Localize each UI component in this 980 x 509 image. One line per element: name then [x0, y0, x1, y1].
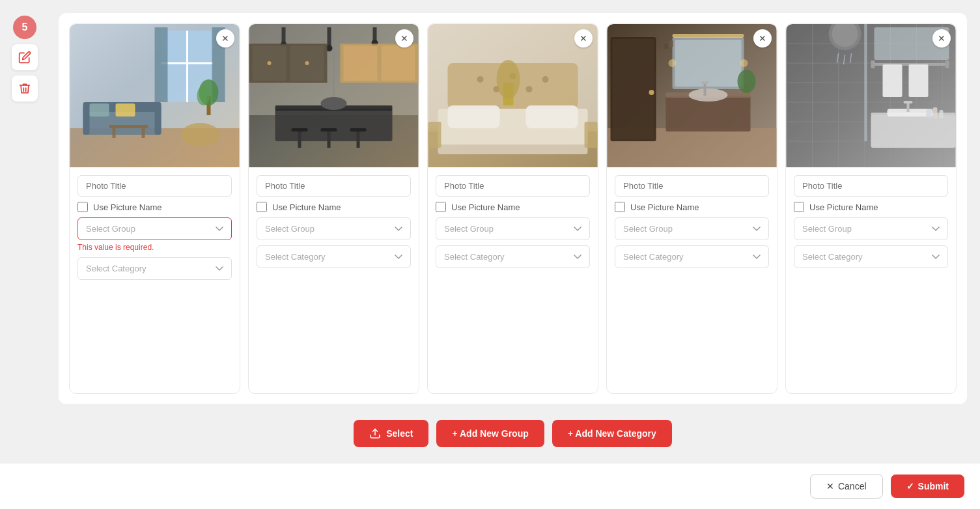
- room-image-3: [428, 24, 598, 167]
- select-group-5[interactable]: Select Group: [794, 217, 948, 240]
- card-body-2: Use Picture Name Select Group Select Cat…: [249, 167, 419, 276]
- svg-rect-39: [328, 131, 331, 148]
- add-new-category-button[interactable]: + Add New Category: [552, 420, 672, 447]
- select-group-1[interactable]: Select Group: [77, 217, 232, 240]
- svg-point-77: [738, 70, 756, 93]
- select-group-4[interactable]: Select Group: [615, 217, 769, 240]
- svg-rect-11: [155, 105, 161, 135]
- svg-rect-105: [945, 61, 949, 68]
- svg-rect-37: [298, 131, 301, 148]
- use-picture-name-checkbox-3[interactable]: [436, 202, 446, 212]
- svg-rect-10: [83, 105, 90, 135]
- card-image-wrapper-2: ✕: [249, 24, 419, 167]
- select-category-1[interactable]: Select Category: [77, 257, 232, 280]
- svg-rect-106: [883, 64, 903, 97]
- svg-point-46: [321, 97, 347, 110]
- svg-rect-78: [673, 34, 744, 38]
- card-body-4: Use Picture Name Select Group Select Cat…: [607, 167, 777, 276]
- submit-button[interactable]: ✓ Submit: [891, 475, 964, 498]
- svg-rect-25: [328, 27, 331, 47]
- use-picture-name-checkbox-2[interactable]: [257, 202, 267, 212]
- svg-rect-67: [613, 39, 654, 139]
- svg-point-55: [526, 86, 533, 92]
- svg-rect-58: [448, 105, 500, 128]
- count-badge: 5: [13, 16, 36, 39]
- room-image-1: [70, 24, 240, 167]
- add-new-group-button[interactable]: + Add New Group: [436, 420, 544, 447]
- select-group-3[interactable]: Select Group: [436, 217, 590, 240]
- photo-card-1: ✕ Use Picture Name Select Group This val…: [69, 23, 240, 394]
- svg-rect-63: [585, 122, 598, 148]
- svg-point-61: [497, 60, 520, 99]
- svg-rect-15: [113, 128, 116, 138]
- photo-card-5: ✕ Use Picture Name Select Group Select C…: [785, 23, 957, 394]
- photo-card-4: ✕ Use Picture Name Select Group Select C…: [606, 23, 777, 394]
- select-category-4[interactable]: Select Category: [615, 245, 769, 268]
- svg-rect-41: [357, 131, 360, 148]
- checkbox-row-5: Use Picture Name: [794, 202, 948, 212]
- svg-rect-104: [871, 61, 875, 68]
- svg-rect-62: [428, 122, 441, 148]
- room-image-5: [786, 24, 956, 167]
- svg-rect-114: [927, 109, 932, 118]
- svg-point-53: [542, 76, 549, 83]
- select-category-3[interactable]: Select Category: [436, 245, 590, 268]
- card-image-wrapper-1: ✕: [70, 24, 240, 167]
- edit-icon: [18, 51, 31, 64]
- cancel-x-icon: ✕: [826, 481, 834, 491]
- photo-title-input-2[interactable]: [257, 175, 411, 197]
- use-picture-name-checkbox-1[interactable]: [77, 202, 88, 212]
- cancel-button[interactable]: ✕ Cancel: [810, 474, 883, 499]
- use-picture-name-checkbox-4[interactable]: [615, 202, 625, 212]
- trash-icon: [18, 82, 31, 95]
- select-group-2[interactable]: Select Group: [257, 217, 411, 240]
- select-category-5[interactable]: Select Category: [794, 245, 948, 268]
- svg-rect-6: [155, 27, 168, 102]
- svg-rect-97: [865, 24, 867, 141]
- error-message-1: This value is required.: [77, 243, 232, 252]
- use-picture-name-label-4: Use Picture Name: [630, 202, 699, 212]
- cards-container: ✕ Use Picture Name Select Group This val…: [59, 13, 967, 404]
- photo-title-input-3[interactable]: [436, 175, 590, 197]
- use-picture-name-label-1: Use Picture Name: [93, 202, 161, 212]
- photo-title-input-4[interactable]: [615, 175, 769, 197]
- svg-point-73: [689, 89, 728, 102]
- svg-rect-111: [907, 102, 910, 112]
- use-picture-name-label-5: Use Picture Name: [809, 202, 878, 212]
- svg-point-51: [477, 76, 484, 83]
- close-button-2[interactable]: ✕: [395, 29, 413, 48]
- card-body-3: Use Picture Name Select Group Select Cat…: [428, 167, 598, 276]
- close-button-1[interactable]: ✕: [216, 29, 234, 48]
- select-button[interactable]: Select: [354, 420, 428, 447]
- svg-rect-75: [701, 81, 709, 84]
- use-picture-name-checkbox-5[interactable]: [794, 202, 804, 212]
- svg-point-82: [740, 59, 748, 67]
- svg-point-81: [669, 59, 677, 67]
- svg-rect-40: [350, 128, 367, 131]
- card-body-5: Use Picture Name Select Group Select Cat…: [786, 167, 956, 276]
- select-category-2[interactable]: Select Category: [257, 245, 411, 268]
- checkmark-icon: ✓: [906, 481, 914, 491]
- photo-title-input-1[interactable]: [77, 175, 232, 197]
- sidebar: 5: [12, 16, 38, 102]
- use-picture-name-label-3: Use Picture Name: [451, 202, 520, 212]
- svg-rect-12: [90, 103, 109, 117]
- svg-rect-115: [933, 107, 938, 118]
- close-button-5[interactable]: ✕: [932, 29, 951, 48]
- footer-bar: ✕ Cancel ✓ Submit: [0, 463, 980, 509]
- actions-bar: Select + Add New Group + Add New Categor…: [59, 404, 967, 463]
- svg-point-17: [181, 123, 220, 146]
- card-image-wrapper-5: ✕: [786, 24, 956, 167]
- card-image-wrapper-3: ✕: [428, 24, 598, 167]
- close-button-4[interactable]: ✕: [753, 29, 772, 48]
- svg-point-33: [305, 61, 309, 65]
- delete-button[interactable]: [12, 76, 38, 102]
- svg-rect-108: [871, 115, 956, 148]
- edit-button[interactable]: [12, 44, 38, 70]
- photo-title-input-5[interactable]: [794, 175, 948, 197]
- svg-rect-79: [665, 44, 668, 49]
- card-image-wrapper-4: ✕: [607, 24, 777, 167]
- close-button-3[interactable]: ✕: [574, 29, 593, 48]
- svg-rect-112: [904, 101, 913, 103]
- svg-rect-38: [321, 128, 337, 131]
